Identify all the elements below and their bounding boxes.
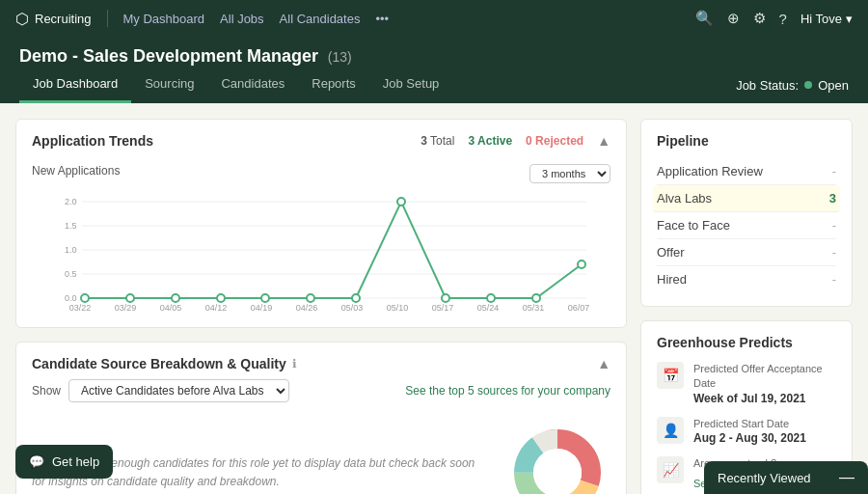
svg-text:04/26: 04/26 — [296, 303, 318, 313]
active-stat: 3 Active — [468, 134, 512, 148]
get-help-button[interactable]: 💬 Get help — [15, 445, 113, 479]
rejected-stat: 0 Rejected — [526, 134, 583, 148]
greenhouse-icon: ⬡ — [15, 10, 29, 28]
tab-job-setup[interactable]: Job Setup — [369, 67, 453, 103]
nav-all-candidates[interactable]: All Candidates — [280, 12, 361, 26]
nav-left: ⬡ Recruiting My Dashboard All Jobs All C… — [15, 10, 680, 28]
svg-text:05/31: 05/31 — [523, 303, 545, 313]
application-trends-card: Application Trends 3 Total 3 Active 0 Re… — [15, 119, 627, 328]
total-stat: 3 Total — [420, 134, 454, 148]
nav-all-jobs[interactable]: All Jobs — [220, 12, 264, 26]
collapse-trends-button[interactable]: ▲ — [597, 133, 610, 149]
chart-subtitle: New Applications — [32, 164, 120, 178]
main-content: Application Trends 3 Total 3 Active 0 Re… — [0, 103, 868, 494]
pipeline-row-application-review: Application Review - — [657, 158, 836, 185]
job-status-value: Open — [818, 78, 849, 93]
pipeline-row-alva-labs[interactable]: Alva Labs 3 — [653, 185, 840, 212]
svg-text:04/19: 04/19 — [251, 303, 273, 313]
job-title: Demo - Sales Development Manager — [19, 46, 318, 66]
chat-icon: 💬 — [29, 454, 44, 469]
svg-text:1.5: 1.5 — [65, 221, 77, 231]
pipeline-title: Pipeline — [657, 133, 836, 149]
nav-my-dashboard[interactable]: My Dashboard — [123, 12, 205, 26]
nav-right: 🔍 ⊕ ⚙ ? Hi Tove ▾ — [695, 10, 853, 27]
svg-point-19 — [487, 294, 495, 302]
tab-job-dashboard[interactable]: Job Dashboard — [19, 67, 131, 103]
svg-point-12 — [172, 294, 179, 302]
predict-start-date: 👤 Predicted Start Date Aug 2 - Aug 30, 2… — [657, 417, 836, 445]
job-status: Job Status: Open — [736, 78, 849, 93]
svg-text:0.0: 0.0 — [65, 293, 77, 303]
svg-point-15 — [307, 294, 314, 302]
minimize-icon[interactable]: — — [839, 469, 854, 486]
source-select[interactable]: Active Candidates before Alva Labs — [68, 379, 289, 402]
svg-text:03/22: 03/22 — [69, 303, 92, 313]
pipeline-card: Pipeline Application Review - Alva Labs … — [640, 119, 853, 307]
svg-text:0.5: 0.5 — [65, 269, 77, 279]
svg-point-16 — [352, 294, 360, 302]
pipeline-row-face-to-face: Face to Face - — [657, 212, 836, 239]
svg-text:04/05: 04/05 — [160, 303, 182, 313]
collapse-source-button[interactable]: ▲ — [597, 356, 610, 371]
svg-point-17 — [397, 198, 405, 206]
chart-icon: 📈 — [657, 456, 684, 483]
left-panel: Application Trends 3 Total 3 Active 0 Re… — [15, 119, 627, 494]
pipeline-row-offer: Offer - — [657, 239, 836, 266]
svg-point-10 — [81, 294, 89, 302]
info-icon: ℹ — [292, 357, 297, 370]
get-help-label: Get help — [52, 454, 99, 469]
svg-text:05/10: 05/10 — [387, 303, 409, 313]
predicts-title: Greenhouse Predicts — [657, 335, 836, 350]
svg-point-21 — [578, 261, 585, 268]
help-icon[interactable]: ? — [779, 11, 787, 27]
right-panel: Pipeline Application Review - Alva Labs … — [640, 119, 853, 494]
tab-sourcing[interactable]: Sourcing — [131, 67, 207, 103]
top-navigation: ⬡ Recruiting My Dashboard All Jobs All C… — [0, 0, 868, 37]
svg-text:06/07: 06/07 — [568, 303, 590, 313]
svg-text:04/12: 04/12 — [205, 303, 228, 313]
user-menu[interactable]: Hi Tove ▾ — [800, 12, 853, 26]
chart-area: New Applications 3 months 1 month 6 mont… — [16, 156, 626, 327]
status-dot — [804, 81, 812, 89]
calendar-icon: 📅 — [657, 362, 684, 389]
trend-chart: 0.0 0.5 1.0 1.5 2.0 — [32, 187, 610, 313]
tab-bar: Job Dashboard Sourcing Candidates Report… — [0, 67, 868, 103]
top-sources-link[interactable]: See the top 5 sources for your company — [405, 384, 610, 398]
trends-title: Application Trends — [32, 133, 153, 149]
svg-point-13 — [217, 294, 225, 302]
search-icon[interactable]: 🔍 — [695, 10, 714, 27]
svg-text:05/17: 05/17 — [432, 303, 454, 313]
brand-label[interactable]: Recruiting — [35, 12, 92, 26]
user-greeting: Hi Tove — [800, 12, 842, 26]
recently-viewed-label: Recently Viewed — [718, 471, 811, 485]
nav-brand[interactable]: ⬡ Recruiting — [15, 10, 92, 28]
tabs: Job Dashboard Sourcing Candidates Report… — [19, 67, 452, 103]
job-title-row: Demo - Sales Development Manager (13) — [0, 37, 868, 67]
tab-reports[interactable]: Reports — [298, 67, 369, 103]
chevron-down-icon: ▾ — [846, 12, 853, 26]
trend-stats: 3 Total 3 Active 0 Rejected ▲ — [420, 133, 610, 149]
trends-header: Application Trends 3 Total 3 Active 0 Re… — [16, 120, 626, 156]
job-status-label: Job Status: — [736, 78, 799, 93]
svg-point-18 — [442, 294, 449, 302]
show-label: Show — [32, 384, 61, 398]
nav-more[interactable]: ••• — [375, 12, 389, 26]
svg-text:05/24: 05/24 — [477, 303, 500, 313]
recently-viewed-panel[interactable]: Recently Viewed — — [704, 461, 868, 494]
nav-divider — [107, 10, 108, 27]
add-icon[interactable]: ⊕ — [727, 10, 740, 27]
predict-offer-date: 📅 Predicted Offer Acceptance Date Week o… — [657, 362, 836, 405]
period-select[interactable]: 3 months 1 month 6 months — [529, 164, 610, 183]
source-controls: Show Active Candidates before Alva Labs … — [16, 379, 626, 412]
svg-text:03/29: 03/29 — [115, 303, 137, 313]
source-title: Candidate Source Breakdown & Quality — [32, 356, 286, 371]
donut-chart — [504, 420, 610, 494]
svg-text:1.0: 1.0 — [65, 245, 77, 255]
job-count: (13) — [328, 49, 352, 65]
person-icon: 👤 — [657, 417, 684, 444]
svg-text:2.0: 2.0 — [65, 197, 77, 206]
tab-candidates[interactable]: Candidates — [207, 67, 298, 103]
settings-icon[interactable]: ⚙ — [753, 10, 766, 27]
svg-point-20 — [532, 294, 540, 302]
source-header: Candidate Source Breakdown & Quality ℹ ▲ — [16, 343, 626, 379]
